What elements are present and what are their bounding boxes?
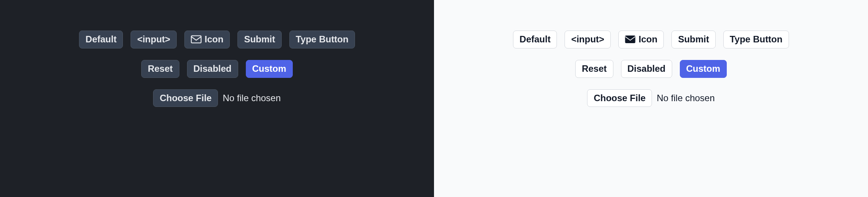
reset-button[interactable]: Reset [141, 60, 179, 78]
button-row-1: Default <input> Icon Submit Type Button [79, 31, 355, 48]
default-button[interactable]: Default [79, 31, 123, 48]
input-button[interactable]: <input> [565, 31, 611, 48]
icon-button[interactable]: Icon [618, 31, 664, 48]
button-row-2: Reset Disabled Custom [141, 60, 293, 78]
button-row-1: Default <input> Icon Submit Type Button [513, 31, 789, 48]
choose-file-button[interactable]: Choose File [153, 89, 218, 107]
svg-rect-0 [191, 36, 201, 43]
icon-button-label: Icon [639, 34, 657, 45]
disabled-button: Disabled [621, 60, 672, 78]
custom-button[interactable]: Custom [680, 60, 727, 78]
type-button[interactable]: Type Button [289, 31, 355, 48]
submit-button[interactable]: Submit [671, 31, 715, 48]
choose-file-button[interactable]: Choose File [587, 89, 652, 107]
svg-rect-1 [625, 36, 635, 43]
button-row-2: Reset Disabled Custom [575, 60, 727, 78]
mail-icon [625, 35, 636, 44]
submit-button[interactable]: Submit [237, 31, 281, 48]
custom-button[interactable]: Custom [246, 60, 293, 78]
icon-button[interactable]: Icon [184, 31, 230, 48]
default-button[interactable]: Default [513, 31, 557, 48]
file-status-text: No file chosen [657, 93, 715, 103]
icon-button-label: Icon [205, 34, 223, 45]
disabled-button: Disabled [187, 60, 238, 78]
mail-icon [191, 35, 202, 44]
dark-theme-panel: Default <input> Icon Submit Type Button … [0, 0, 434, 197]
light-theme-panel: Default <input> Icon Submit Type Button … [434, 0, 868, 197]
reset-button[interactable]: Reset [575, 60, 613, 78]
type-button[interactable]: Type Button [723, 31, 789, 48]
input-button[interactable]: <input> [131, 31, 177, 48]
file-input-row: Choose File No file chosen [153, 89, 281, 107]
file-input-row: Choose File No file chosen [587, 89, 715, 107]
file-status-text: No file chosen [223, 93, 281, 103]
